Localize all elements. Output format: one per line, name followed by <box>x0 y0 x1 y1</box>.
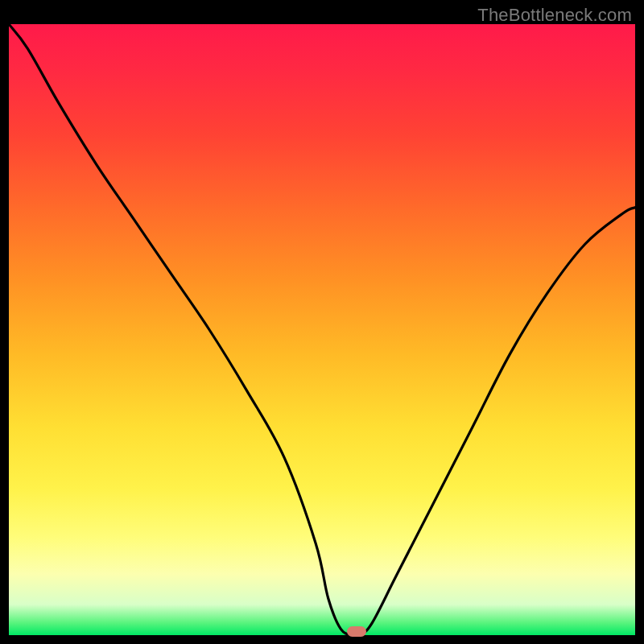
optimal-marker <box>347 626 366 637</box>
bottleneck-curve <box>9 24 635 635</box>
chart-frame: TheBottleneck.com <box>9 0 635 635</box>
curve-layer <box>9 24 635 635</box>
watermark-text: TheBottleneck.com <box>477 5 632 26</box>
